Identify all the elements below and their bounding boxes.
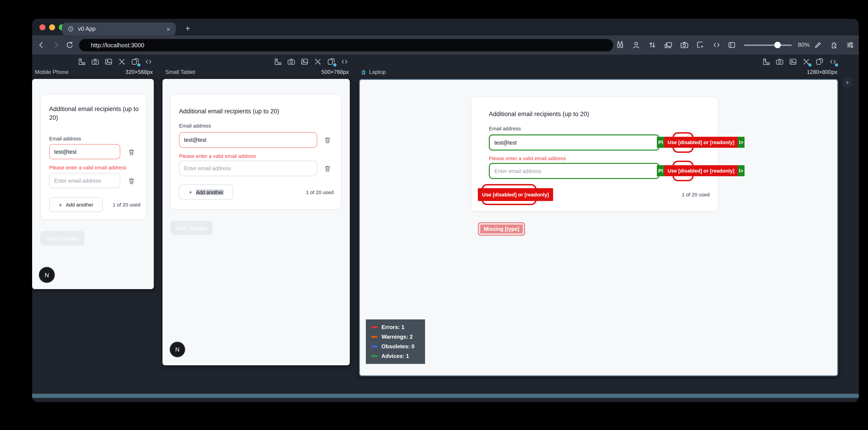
- email-input[interactable]: [49, 144, 120, 159]
- sort-arrows-icon[interactable]: [647, 39, 658, 51]
- usage-counter: 1 of 20 used: [306, 189, 334, 195]
- zoom-slider[interactable]: [744, 44, 792, 45]
- tab-favicon-icon: [67, 26, 74, 32]
- extensions-icon[interactable]: [829, 39, 840, 51]
- add-another-button[interactable]: + Add another: [49, 197, 103, 212]
- screenshot-icon[interactable]: [775, 57, 784, 66]
- tab-bar: v0 App × +: [32, 19, 859, 35]
- close-window-button[interactable]: [39, 24, 45, 30]
- back-button[interactable]: [36, 39, 47, 51]
- screen: v0 App × + http://localhost:3000: [0, 0, 868, 430]
- device-toggle-icon[interactable]: [131, 57, 140, 66]
- a11y-summary-row: Warnings: 2: [371, 334, 420, 340]
- obsolete-color-dash: [371, 345, 377, 347]
- url-bar[interactable]: http://localhost:3000: [79, 39, 613, 52]
- device-name: Mobile Phone: [35, 69, 69, 75]
- a11y-error-badge: Use [disabled] or [readonly]: [664, 137, 738, 148]
- advices-count: Advices: 1: [381, 353, 409, 359]
- save-changes-button[interactable]: Save changes: [40, 231, 85, 246]
- device-size: 500×768px: [321, 69, 349, 75]
- a11y-summary-panel: Errors: 1 Warnings: 2 Obsoletes: 0 Advic…: [366, 319, 425, 364]
- navigation-bar: http://localhost:3000 80%: [32, 35, 859, 55]
- browser-tab[interactable]: v0 App ×: [62, 23, 176, 35]
- plus-icon: +: [189, 189, 192, 195]
- a11y-missing-type-badge[interactable]: Missing [type]: [478, 222, 525, 236]
- a11y-advice-badge: l>: [738, 137, 745, 148]
- device-toggle-icon[interactable]: [815, 57, 824, 66]
- notification-dot: [835, 63, 838, 66]
- delete-recipient-icon[interactable]: [128, 148, 135, 156]
- a11y-error-badge: Use [disabled] or [readonly]: [664, 165, 738, 176]
- plus-icon: +: [59, 201, 62, 208]
- email-input[interactable]: [179, 132, 317, 148]
- screenshot-icon[interactable]: [91, 57, 100, 66]
- ruler-icon[interactable]: [274, 57, 282, 66]
- email-input-empty[interactable]: [489, 163, 660, 179]
- extension-puzzle-icon: [360, 69, 367, 75]
- device-manager-icon[interactable]: [663, 39, 674, 51]
- usage-counter: 1 of 20 used: [682, 192, 710, 197]
- edit-pencil-icon[interactable]: [812, 39, 824, 51]
- screenshot-icon[interactable]: [287, 57, 296, 66]
- nextjs-avatar-badge[interactable]: N: [39, 268, 54, 282]
- ruler-icon[interactable]: [762, 57, 771, 66]
- device-toolbar: [274, 57, 349, 66]
- email-input-empty[interactable]: [49, 173, 120, 188]
- delete-recipient-icon[interactable]: [323, 136, 332, 144]
- design-tools-icon[interactable]: [802, 57, 811, 66]
- notification-dot: [137, 63, 141, 66]
- email-input[interactable]: [489, 134, 660, 151]
- device-toggle-icon[interactable]: [327, 57, 336, 66]
- tab-close-icon[interactable]: ×: [166, 26, 170, 32]
- card-title: Additional email recipients (up to 20): [489, 110, 709, 118]
- design-tools-icon[interactable]: [118, 57, 126, 66]
- image-icon[interactable]: [104, 57, 113, 66]
- advice-color-dash: [371, 355, 377, 357]
- inspect-icon[interactable]: [695, 39, 706, 51]
- ruler-icon[interactable]: [78, 57, 86, 66]
- warnings-count: Warnings: 2: [381, 334, 413, 340]
- tab-title: v0 App: [78, 26, 166, 32]
- forward-button[interactable]: [51, 39, 62, 51]
- sidebar-toggle-icon[interactable]: [726, 39, 737, 51]
- add-another-button[interactable]: + Add another: [179, 184, 233, 199]
- a11y-summary-row: Advices: 1: [371, 353, 420, 359]
- device-frame: Additional email recipients (up to 20) E…: [32, 79, 154, 289]
- user-icon[interactable]: [631, 39, 642, 51]
- device-frame: Additional email recipients (up to 20) E…: [359, 79, 838, 376]
- nextjs-avatar-badge[interactable]: N: [170, 342, 185, 357]
- code-icon[interactable]: [340, 57, 349, 66]
- device-name: Laptop: [369, 69, 386, 75]
- a11y-badge-cluster: Pl Use [disabled] or [readonly] l>: [657, 137, 745, 148]
- notification-dot: [808, 63, 811, 66]
- image-icon[interactable]: [300, 57, 309, 66]
- design-tools-icon[interactable]: [313, 57, 322, 66]
- email-recipients-card: Additional email recipients (up to 20) E…: [170, 94, 342, 210]
- obsoletes-count: Obsoletes: 0: [381, 343, 414, 350]
- new-tab-button[interactable]: +: [182, 23, 194, 34]
- code-icon[interactable]: [829, 57, 837, 66]
- email-label: Email address: [179, 123, 211, 128]
- add-device-button[interactable]: +: [842, 77, 852, 87]
- zoom-level: 80%: [798, 41, 810, 48]
- warning-color-dash: [371, 336, 377, 338]
- browser-window: v0 App × + http://localhost:3000: [32, 19, 859, 402]
- email-input-empty[interactable]: [179, 161, 317, 176]
- image-icon[interactable]: [788, 57, 797, 66]
- reload-button[interactable]: [64, 39, 75, 51]
- save-changes-button[interactable]: Save changes: [170, 221, 213, 235]
- settings-tune-icon[interactable]: [845, 39, 856, 51]
- code-icon[interactable]: [144, 57, 153, 66]
- code-icon[interactable]: [711, 39, 722, 51]
- device-size: 1280×800px: [807, 69, 837, 75]
- delete-recipient-icon[interactable]: [323, 164, 332, 173]
- add-another-label: Add another: [196, 189, 223, 195]
- minimize-window-button[interactable]: [49, 24, 55, 30]
- device-toolbar: [762, 57, 837, 66]
- mirror-layout-icon[interactable]: [615, 39, 626, 51]
- zoom-slider-knob[interactable]: [774, 42, 781, 48]
- delete-recipient-icon[interactable]: [128, 177, 135, 185]
- screenshot-icon[interactable]: [679, 39, 690, 51]
- device-toolbar: [78, 57, 153, 66]
- a11y-summary-row: Errors: 1: [371, 324, 420, 330]
